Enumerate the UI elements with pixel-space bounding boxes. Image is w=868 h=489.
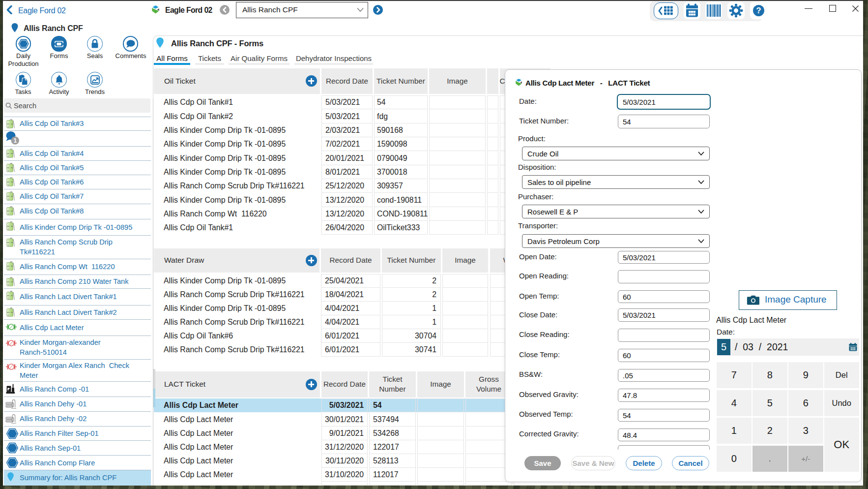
svg-text:1: 1 [13, 137, 17, 144]
